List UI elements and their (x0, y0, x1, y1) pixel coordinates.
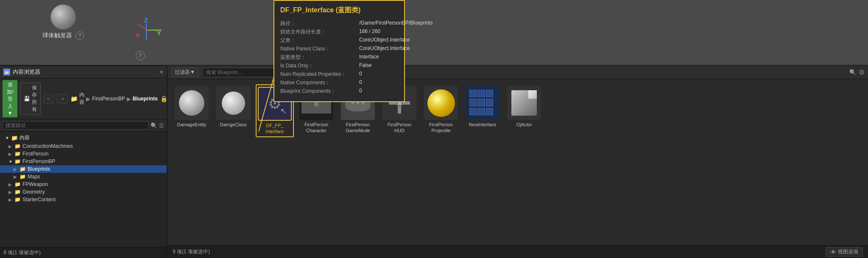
asset-thumb-fp-projectile (424, 86, 458, 120)
tooltip-val-2: CoreUObject.Interface (359, 37, 410, 44)
tooltip-val-4: Interface (359, 54, 379, 61)
asset-item-ojactor[interactable]: OjActor (505, 84, 543, 137)
folder-icon-geometry: 📁 (14, 189, 21, 195)
breadcrumb-current[interactable]: Blueprints (133, 96, 158, 102)
3d-viewport: 球体触发器 ? Z Y X ? (0, 0, 868, 66)
tree-item-construction[interactable]: ▶ 📁 ConstructionMachines (0, 142, 167, 150)
asset-thumb-new-interface (466, 86, 500, 120)
asset-browser: 过滤器▼ 🔍 ⚙ DamageEntity DamgeClass (167, 66, 868, 258)
tooltip-row-0: 路径： /Game/FirstPersonBP/Blueprints (280, 20, 398, 27)
sphere-trigger-object: 球体触发器 ? (42, 4, 84, 40)
asset-item-damage-entity[interactable]: DamageEntity (173, 84, 211, 137)
filter-button[interactable]: 过滤器▼ (171, 67, 199, 77)
save-all-button[interactable]: 💾 保存所有 (20, 83, 41, 115)
folder-icon-construction: 📁 (14, 143, 21, 149)
search-icon-right: 🔍 (849, 69, 856, 75)
tree-item-firstpersonbp[interactable]: ▼ 📁 FirstPersonBP (0, 158, 167, 165)
asset-grid: DamageEntity DamgeClass ⚙ ↖ DF_FP_ Inter… (167, 79, 868, 142)
asset-label-fp-character: FirstPerson Character (304, 122, 328, 134)
tooltip-key-1: 烘焙文件路径长度： (280, 28, 357, 36)
asset-tooltip: DF_FP_Interface (蓝图类) 路径： /Game/FirstPer… (274, 0, 405, 102)
search-icon: 🔍 (151, 122, 157, 129)
lock-icon: 🔒 (160, 95, 167, 102)
nav-back-button[interactable]: ← (43, 94, 54, 103)
asset-thumb-ojactor (507, 86, 541, 120)
tooltip-row-3: Native Parent Class： CoreUObject.Interfa… (280, 45, 398, 53)
tree-arrow-maps: ▶ (14, 175, 18, 179)
eye-icon: 👁 (830, 249, 836, 255)
asset-item-fp-projectile[interactable]: FirstPerson Projectile (422, 84, 460, 137)
tree-item-fpweapon[interactable]: ▶ 📁 FPWeapon (0, 180, 167, 188)
tree-item-maps[interactable]: ▶ 📁 Maps (0, 173, 167, 180)
sphere-thumbnail (179, 90, 204, 116)
nav-forward-button[interactable]: → (57, 94, 68, 103)
status-count-text: 9 项(1 项被选中) (173, 248, 210, 255)
add-import-button[interactable]: 添加/导入▼ (3, 80, 17, 117)
tree-arrow-fpweapon: ▶ (8, 182, 13, 187)
asset-item-damage-class[interactable]: DamgeClass (214, 84, 252, 137)
tree-label-fpweapon: FPWeapon (22, 181, 48, 187)
breadcrumb-sep2: ▶ (127, 96, 131, 102)
asset-label-damage-class: DamgeClass (220, 122, 247, 128)
breadcrumb-sep1: ▶ (86, 96, 90, 102)
tooltip-key-8: Blueprint Components： (280, 88, 357, 95)
folder-tree: ▼ 📁 内容 ▶ 📁 ConstructionMachines ▶ 📁 Firs… (0, 132, 167, 258)
status-bar: 9 项(1 项被选中) 👁 视图选项 (167, 245, 868, 258)
tooltip-key-6: Num Replicated Properties： (280, 71, 357, 78)
folder-icon-fpweapon: 📁 (14, 181, 21, 187)
tree-item-startercontent[interactable]: ▶ 📁 StarterContent (0, 196, 167, 203)
view-options-label: 视图选项 (838, 248, 858, 255)
tooltip-rows: 路径： /Game/FirstPersonBP/Blueprints 烘焙文件路… (280, 20, 398, 95)
tooltip-key-3: Native Parent Class： (280, 45, 357, 53)
tree-arrow-firstperson: ▶ (8, 152, 13, 156)
content-browser-header: 📂 内容浏览器 × (0, 66, 167, 78)
tree-arrow-firstpersonbp: ▼ (8, 159, 13, 164)
settings-icon[interactable]: ⚙ (858, 67, 865, 77)
tooltip-val-3: CoreUObject.Interface (359, 45, 410, 53)
folder-icon-startercontent: 📁 (14, 197, 21, 203)
tree-arrow-content: ▼ (5, 136, 9, 140)
tooltip-row-2: 父类： CoreUObject.Interface (280, 37, 398, 44)
help-icon[interactable]: ? (75, 31, 84, 40)
tree-item-firstperson[interactable]: ▶ 📁 FirstPerson (0, 150, 167, 158)
axis-z-label: Z (144, 17, 148, 24)
asset-thumb-damage-entity (175, 86, 209, 120)
tree-arrow-startercontent: ▶ (8, 197, 13, 202)
tree-label-construction: ConstructionMachines (22, 143, 73, 149)
tree-label-maps: Maps (28, 174, 40, 180)
asset-label-ojactor: OjActor (516, 122, 532, 128)
cb-title-icon: 📂 (3, 69, 10, 75)
tooltip-row-4: 蓝图类型： Interface (280, 54, 398, 61)
tooltip-val-7: 0 (359, 79, 362, 86)
asset-search-input[interactable] (202, 68, 279, 77)
tree-label-startercontent: StarterContent (22, 197, 56, 203)
breadcrumb-root[interactable]: 内容 (79, 92, 84, 106)
cursor-icon: ↖ (280, 106, 287, 116)
folder-icon-firstpersonbp: 📁 (14, 158, 21, 164)
grid-view-icon[interactable]: ☰ (159, 122, 164, 129)
tooltip-key-7: Native Components： (280, 79, 357, 86)
tree-item-content[interactable]: ▼ 📁 内容 (0, 133, 167, 142)
tree-item-blueprints[interactable]: ▶ 📁 Blueprints (0, 165, 167, 173)
tooltip-val-5: False (359, 62, 371, 69)
search-path-input[interactable] (3, 121, 149, 130)
asset-toolbar-right: 🔍 ⚙ (849, 67, 865, 77)
close-button[interactable]: × (160, 69, 163, 75)
breadcrumb: 📁 内容 ▶ FirstPersonBP ▶ Blueprints (70, 92, 158, 106)
tooltip-val-8: 0 (359, 88, 362, 95)
view-options-button[interactable]: 👁 视图选项 (826, 247, 863, 257)
asset-item-new-interface[interactable]: NewInterface (463, 84, 502, 137)
cb-search-row: 🔍 ☰ (0, 119, 167, 132)
tree-arrow-blueprints: ▶ (14, 167, 18, 172)
status-count: 9 项(1 项被选中) (3, 250, 41, 255)
asset-label-fp-gamemode: FirstPerson GameMode (346, 122, 370, 134)
tooltip-key-2: 父类： (280, 37, 357, 44)
folder-icon-firstperson: 📁 (14, 151, 21, 157)
axis-y-label: Y (157, 30, 161, 36)
help-icon-2[interactable]: ? (136, 51, 145, 60)
breadcrumb-level1[interactable]: FirstPersonBP (92, 96, 125, 102)
tree-item-geometry[interactable]: ▶ 📁 Geometry (0, 188, 167, 196)
tree-arrow-construction: ▶ (8, 144, 13, 149)
cb-body: ▼ 📁 内容 ▶ 📁 ConstructionMachines ▶ 📁 Firs… (0, 132, 167, 258)
asset-label-fp-projectile: FirstPerson Projectile (429, 122, 453, 134)
